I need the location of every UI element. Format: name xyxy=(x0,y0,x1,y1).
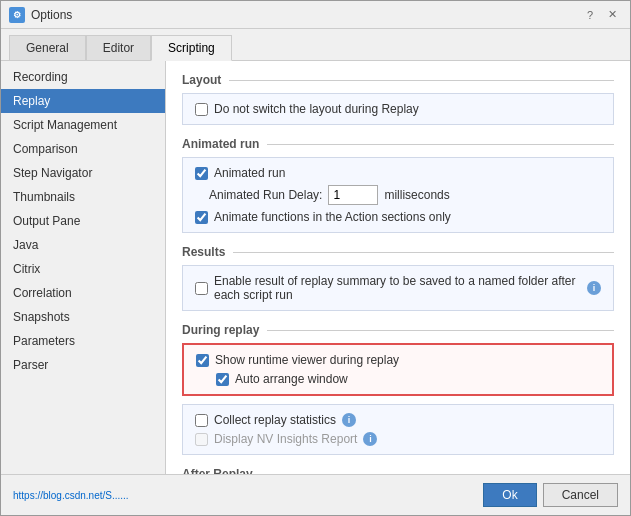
during-replay-title: During replay xyxy=(182,323,267,337)
show-runtime-checkbox[interactable] xyxy=(196,354,209,367)
auto-arrange-label: Auto arrange window xyxy=(235,372,348,386)
display-nv-info-icon[interactable]: i xyxy=(363,432,377,446)
collect-stats-checkbox[interactable] xyxy=(195,414,208,427)
auto-arrange-checkbox[interactable] xyxy=(216,373,229,386)
sidebar-item-java[interactable]: Java xyxy=(1,233,165,257)
title-bar-buttons: ? ✕ xyxy=(580,6,622,24)
tab-general[interactable]: General xyxy=(9,35,86,60)
title-bar: ⚙ Options ? ✕ xyxy=(1,1,630,29)
after-replay-title: After Replay xyxy=(182,467,261,474)
show-runtime-label: Show runtime viewer during replay xyxy=(215,353,399,367)
main-panel: Layout Do not switch the layout during R… xyxy=(166,61,630,474)
sidebar-item-comparison[interactable]: Comparison xyxy=(1,137,165,161)
display-nv-label: Display NV Insights Report xyxy=(214,432,357,446)
cancel-button[interactable]: Cancel xyxy=(543,483,618,507)
layout-content: Do not switch the layout during Replay xyxy=(182,93,614,125)
during-replay-section: During replay Show runtime viewer during… xyxy=(182,323,614,455)
show-runtime-wrapper: Show runtime viewer during replay xyxy=(196,353,399,367)
after-replay-section: After Replay After Replay Show: Replay S… xyxy=(182,467,614,474)
results-header: Results xyxy=(182,245,614,259)
delay-unit: milliseconds xyxy=(384,188,449,202)
results-row: Enable result of replay summary to be sa… xyxy=(195,274,601,302)
results-section: Results Enable result of replay summary … xyxy=(182,245,614,311)
tab-editor[interactable]: Editor xyxy=(86,35,151,60)
delay-row: Animated Run Delay: 1 milliseconds xyxy=(195,185,601,205)
animated-run-label: Animated run xyxy=(214,166,285,180)
collect-stats-wrapper: Collect replay statistics i xyxy=(195,413,356,427)
enable-result-wrapper: Enable result of replay summary to be sa… xyxy=(195,274,601,302)
collect-stats-info-icon[interactable]: i xyxy=(342,413,356,427)
sidebar-item-script-management[interactable]: Script Management xyxy=(1,113,165,137)
window-title: Options xyxy=(31,8,580,22)
sidebar-item-output-pane[interactable]: Output Pane xyxy=(1,209,165,233)
animated-run-content: Animated run Animated Run Delay: 1 milli… xyxy=(182,157,614,233)
no-switch-label: Do not switch the layout during Replay xyxy=(214,102,419,116)
show-runtime-row: Show runtime viewer during replay xyxy=(196,353,600,367)
animate-functions-checkbox[interactable] xyxy=(195,211,208,224)
tabs-bar: General Editor Scripting xyxy=(1,29,630,60)
sidebar-item-thumbnails[interactable]: Thumbnails xyxy=(1,185,165,209)
auto-arrange-wrapper: Auto arrange window xyxy=(216,372,348,386)
display-nv-wrapper: Display NV Insights Report i xyxy=(195,432,377,446)
no-switch-checkbox[interactable] xyxy=(195,103,208,116)
window-icon: ⚙ xyxy=(9,7,25,23)
sidebar-item-step-navigator[interactable]: Step Navigator xyxy=(1,161,165,185)
animated-run-row: Animated run xyxy=(195,166,601,180)
sidebar-item-citrix[interactable]: Citrix xyxy=(1,257,165,281)
delay-input[interactable]: 1 xyxy=(328,185,378,205)
animate-functions-label: Animate functions in the Action sections… xyxy=(214,210,451,224)
animated-run-wrapper: Animated run xyxy=(195,166,285,180)
after-replay-header: After Replay xyxy=(182,467,614,474)
sidebar-item-recording[interactable]: Recording xyxy=(1,65,165,89)
enable-result-checkbox[interactable] xyxy=(195,282,208,295)
help-button[interactable]: ? xyxy=(580,6,600,24)
footer-note: https://blog.csdn.net/S...... xyxy=(13,490,477,501)
results-rule xyxy=(233,252,614,253)
animated-run-rule xyxy=(267,144,614,145)
layout-section: Layout Do not switch the layout during R… xyxy=(182,73,614,125)
enable-result-label: Enable result of replay summary to be sa… xyxy=(214,274,581,302)
collect-stats-label: Collect replay statistics xyxy=(214,413,336,427)
no-switch-wrapper: Do not switch the layout during Replay xyxy=(195,102,419,116)
during-replay-extra: Collect replay statistics i Display NV I… xyxy=(182,404,614,455)
close-button[interactable]: ✕ xyxy=(602,6,622,24)
delay-label: Animated Run Delay: xyxy=(209,188,322,202)
animate-functions-wrapper: Animate functions in the Action sections… xyxy=(195,210,451,224)
during-replay-content: Show runtime viewer during replay Auto a… xyxy=(182,343,614,396)
results-title: Results xyxy=(182,245,233,259)
layout-rule xyxy=(229,80,614,81)
layout-title: Layout xyxy=(182,73,229,87)
during-replay-header: During replay xyxy=(182,323,614,337)
collect-stats-row: Collect replay statistics i xyxy=(195,413,601,427)
tab-scripting[interactable]: Scripting xyxy=(151,35,232,61)
during-replay-rule xyxy=(267,330,614,331)
sidebar: Recording Replay Script Management Compa… xyxy=(1,61,166,474)
results-content: Enable result of replay summary to be sa… xyxy=(182,265,614,311)
animated-run-checkbox[interactable] xyxy=(195,167,208,180)
sidebar-item-parameters[interactable]: Parameters xyxy=(1,329,165,353)
ok-button[interactable]: Ok xyxy=(483,483,536,507)
results-info-icon[interactable]: i xyxy=(587,281,601,295)
footer: https://blog.csdn.net/S...... Ok Cancel xyxy=(1,474,630,515)
display-nv-checkbox[interactable] xyxy=(195,433,208,446)
layout-row: Do not switch the layout during Replay xyxy=(195,102,601,116)
sidebar-item-replay[interactable]: Replay xyxy=(1,89,165,113)
display-nv-row: Display NV Insights Report i xyxy=(195,432,601,446)
animate-functions-row: Animate functions in the Action sections… xyxy=(195,210,601,224)
auto-arrange-row: Auto arrange window xyxy=(196,372,600,386)
options-window: ⚙ Options ? ✕ General Editor Scripting R… xyxy=(0,0,631,516)
animated-run-section: Animated run Animated run Animated Run D… xyxy=(182,137,614,233)
animated-run-header: Animated run xyxy=(182,137,614,151)
content-area: Recording Replay Script Management Compa… xyxy=(1,60,630,474)
sidebar-item-correlation[interactable]: Correlation xyxy=(1,281,165,305)
animated-run-title: Animated run xyxy=(182,137,267,151)
sidebar-item-snapshots[interactable]: Snapshots xyxy=(1,305,165,329)
layout-header: Layout xyxy=(182,73,614,87)
sidebar-item-parser[interactable]: Parser xyxy=(1,353,165,377)
